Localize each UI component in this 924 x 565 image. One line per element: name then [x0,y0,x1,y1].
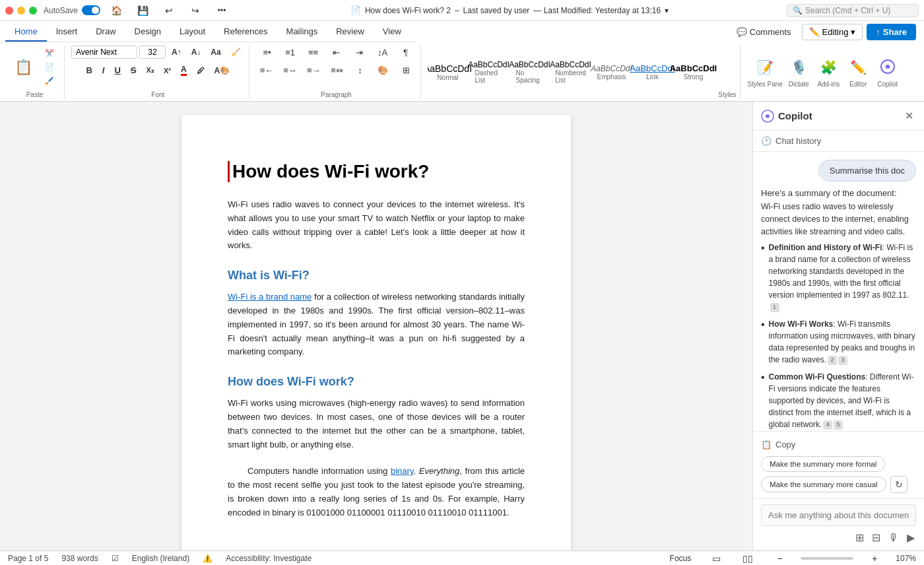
autosave-toggle[interactable] [82,5,100,15]
paste-button[interactable]: 📋 [9,56,38,79]
shading-button[interactable]: 🎨 [372,63,393,77]
copilot-label: Copilot [877,79,898,88]
share-button[interactable]: ↑ Share [867,24,916,40]
superscript-button[interactable]: X² [160,65,175,77]
copilot-ribbon-button[interactable] [874,56,901,78]
bullet-1: • Definition and History of Wi-Fi: Wi-Fi… [761,242,916,313]
decrease-indent-button[interactable]: ⇤ [326,46,347,59]
show-formatting-button[interactable]: ¶ [395,46,416,59]
bold-button[interactable]: B [82,63,96,77]
tab-review[interactable]: Review [327,22,374,42]
font-selector[interactable]: Avenir Next [71,46,137,59]
maximize-window-button[interactable] [29,7,37,15]
sort-button[interactable]: ↕A [372,46,393,59]
close-window-button[interactable] [5,7,13,15]
redo-button[interactable]: ↪ [185,3,206,18]
underline-button[interactable]: U [110,63,124,77]
copilot-close-button[interactable]: ✕ [902,108,916,123]
style-heading1[interactable]: AaBb Heading 1 [714,55,717,90]
style-numbered-list[interactable]: AaBbCcDdI Numbered List [550,55,590,90]
more-button[interactable]: ••• [211,4,232,17]
tab-design[interactable]: Design [125,22,170,42]
style-no-spacing[interactable]: AaBbCcDdI No Spacing [510,55,549,90]
grid-icon-button[interactable]: ⊟ [871,530,882,545]
search-icon: 🔍 [793,6,803,15]
style-normal[interactable]: AaBbCcDdI Normal [428,55,467,90]
multilevel-list-button[interactable]: ≡≡ [303,46,324,59]
style-strong[interactable]: AaBbCcDdI Strong [673,55,713,90]
font-color-button[interactable]: A [177,63,191,78]
tab-references[interactable]: References [214,22,277,42]
tab-home[interactable]: Home [5,22,47,42]
refresh-button[interactable]: ↻ [890,476,908,493]
tab-mailings[interactable]: Mailings [277,22,327,42]
zoom-out-button[interactable]: − [769,551,790,566]
increase-indent-button[interactable]: ⇥ [349,46,370,59]
style-emphasis[interactable]: AaBbCcDdI Emphasis [591,55,631,90]
borders-button[interactable]: ⊞ [395,63,416,77]
home-icon-button[interactable]: 🏠 [106,3,127,18]
tab-view[interactable]: View [374,22,411,42]
make-formal-button[interactable]: Make the summary more formal [761,456,885,472]
style-link[interactable]: AaBbCcDdI Link [632,55,672,90]
bullet-list-button[interactable]: ≡• [257,46,278,59]
font-size-selector[interactable]: 32 [139,46,166,59]
undo-button[interactable]: ↩ [158,3,180,18]
subscript-button[interactable]: X₂ [143,64,158,77]
right-tools-group: 📝 Styles Pane 🎙️ Dictate 🧩 Add-ins ✏️ Ed… [743,46,904,98]
copy-button-copilot[interactable]: 📋 Copy [761,437,916,452]
binary-link[interactable]: binary [391,466,413,476]
table-icon-button[interactable]: ⊞ [854,530,865,545]
change-case-button[interactable]: Aa [207,46,224,59]
editing-button[interactable]: ✏️ Editing ▾ [802,24,863,40]
send-icon-button[interactable]: ▶ [906,530,916,545]
save-button[interactable]: 💾 [132,3,153,18]
styles-pane-button[interactable]: 📝 [752,57,779,78]
editor-button[interactable]: ✏️ [845,57,872,78]
search-bar[interactable]: 🔍 Search (Cmd + Ctrl + U) [787,4,919,17]
decrease-font-button[interactable]: A↓ [187,46,205,59]
view-double-button[interactable]: ▯▯ [737,551,758,566]
align-right-button[interactable]: ≡→ [303,63,325,77]
zoom-slider[interactable] [801,557,853,560]
make-casual-button[interactable]: Make the summary more casual [761,477,886,492]
document-area[interactable]: How does Wi-Fi work? Wi-Fi uses radio wa… [0,102,752,550]
cut-button[interactable]: ✂️ [39,47,60,59]
wifi-brand-link[interactable]: Wi-Fi is a brand name [228,292,312,302]
strikethrough-button[interactable]: S [127,63,141,77]
style-dashed-list[interactable]: AaBbCcDdI Dashed List [469,55,508,90]
line-spacing-button[interactable]: ↕ [349,63,370,77]
dropdown-icon[interactable]: ▾ [665,6,669,15]
increase-font-button[interactable]: A↑ [168,46,185,59]
numbered-list-button[interactable]: ≡1 [280,46,301,59]
ribbon: Home Insert Draw Design Layout Reference… [0,21,924,102]
ribbon-tabs: Home Insert Draw Design Layout Reference… [0,22,416,42]
tab-insert[interactable]: Insert [47,22,87,42]
view-single-button[interactable]: ▭ [706,551,727,566]
summarise-button[interactable]: Summarise this doc [818,160,916,182]
zoom-in-button[interactable]: + [864,551,885,566]
highlight-button[interactable]: 🖊 [193,64,209,77]
tab-layout[interactable]: Layout [170,22,214,42]
clear-format-button[interactable]: 🧹 [227,46,245,59]
focus-button[interactable]: Focus [666,552,696,565]
copilot-input-field[interactable] [761,504,916,526]
dictate-label: Dictate [789,79,809,88]
mic-icon-button[interactable]: 🎙 [887,531,900,545]
tab-draw[interactable]: Draw [86,22,125,42]
text-highlight-button[interactable]: A🎨 [211,64,234,77]
italic-button[interactable]: I [98,63,109,77]
comments-button[interactable]: 💬 Comments [730,24,798,40]
bullet-3: • Common Wi-Fi Questions: Different Wi-F… [761,371,916,430]
paragraph-group: ≡• ≡1 ≡≡ ⇤ ⇥ ↕A ¶ ≡← ≡↔ ≡→ ≡⇔ ↕ 🎨 ⊞ Para… [252,46,422,98]
align-center-button[interactable]: ≡↔ [279,63,301,77]
dictate-button[interactable]: 🎙️ [785,57,812,78]
chat-history-button[interactable]: 🕐 Chat history [753,131,924,152]
format-painter-button[interactable]: 🖌️ [39,75,60,87]
align-left-button[interactable]: ≡← [256,63,278,77]
justify-button[interactable]: ≡⇔ [326,63,347,77]
minimize-window-button[interactable] [17,7,25,15]
addins-button[interactable]: 🧩 [815,57,842,78]
style-nospacing-label: No Spacing [515,69,543,84]
copy-button[interactable]: 📄 [39,61,60,73]
